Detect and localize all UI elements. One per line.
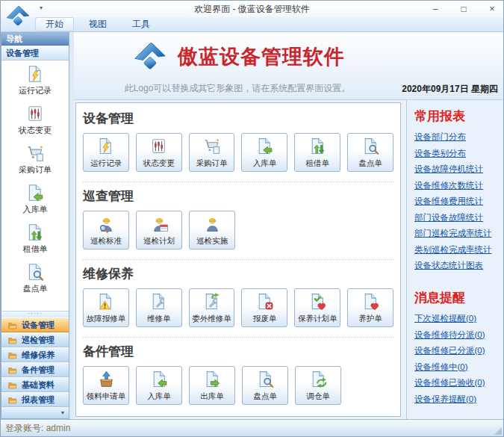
nav-button[interactable]: 巡检管理 — [1, 332, 69, 347]
shortcut-button[interactable]: 出库单 — [189, 366, 235, 405]
sidebar-item-label: 运行记录 — [19, 85, 52, 96]
menu-tab-start[interactable]: 开始 — [35, 17, 74, 31]
welcome-content: 设备管理运行记录状态变更采购订单入库单租借单盘点单巡查管理巡检标准巡检计划巡检实… — [74, 100, 503, 419]
nav-button[interactable]: 维修保养 — [1, 347, 69, 362]
doc-lightning-icon — [96, 137, 115, 155]
shortcut-button-label: 运行记录 — [90, 158, 122, 169]
nav-button-label: 巡检管理 — [22, 335, 55, 346]
shortcut-button-row: 故障报修单维修单委外维修单报废单保养计划单养护单 — [83, 288, 393, 327]
sidebar-item[interactable]: 租借单 — [1, 219, 69, 258]
shortcut-button[interactable]: 故障报修单 — [83, 288, 129, 327]
shortcut-button[interactable]: 巡检实施 — [189, 211, 235, 250]
sidebar-item[interactable]: 采购订单 — [1, 140, 69, 179]
shortcut-button[interactable]: 状态变更 — [136, 133, 182, 172]
section-title: 备件管理 — [83, 343, 393, 360]
shortcut-button-label: 盘点单 — [253, 391, 277, 402]
worker-icon — [203, 214, 222, 233]
sidebar-item[interactable]: 状态变更 — [1, 100, 69, 140]
shortcut-button-label: 维修单 — [147, 314, 171, 324]
folder-icon — [7, 350, 18, 360]
shortcut-button[interactable]: 租借单 — [294, 133, 340, 172]
shortcut-button[interactable]: 调仓单 — [295, 366, 341, 405]
nav-overflow-dropdown-icon[interactable]: ▾ — [61, 409, 64, 416]
nav-button[interactable]: 设备管理 — [1, 317, 69, 332]
shortcut-button-label: 报废单 — [253, 314, 277, 324]
main-area: 傲蓝设备管理软件 此Logo可以替换成其它形象图，请在系统配置界面设置。 202… — [74, 32, 503, 419]
status-sliders-icon — [25, 104, 45, 123]
maximize-button[interactable]: □ — [458, 4, 469, 14]
brand-logo-icon — [130, 37, 170, 77]
minimize-button[interactable]: – — [430, 4, 441, 14]
sidebar-item[interactable]: 运行记录 — [1, 61, 69, 100]
nav-button[interactable]: 备件管理 — [1, 362, 69, 377]
nav-button-label: 备件管理 — [22, 365, 55, 376]
shortcut-button[interactable]: 入库单 — [136, 366, 182, 405]
app-window: 欢迎界面 - 傲蓝设备管理软件 – □ × ▾ 开始视图工具 导航 设备管理 运… — [0, 0, 504, 437]
reports-panel: 常用报表 设备部门分布设备类别分布设备故障停机统计设备维修次数统计设备维修费用统… — [406, 100, 503, 419]
shortcut-button[interactable]: 报废单 — [241, 288, 287, 327]
status-bar: 登录账号: admin — [1, 419, 503, 436]
sidebar-item-label: 租借单 — [23, 244, 48, 255]
nav-splitter-grip[interactable]: ····· — [1, 311, 69, 317]
shortcut-button[interactable]: 运行记录 — [83, 133, 129, 172]
shortcut-button-label: 调仓单 — [306, 391, 330, 402]
cart-doc-icon — [25, 143, 45, 163]
shortcut-button[interactable]: 维修单 — [136, 288, 182, 327]
shortcut-button[interactable]: 巡检标准 — [83, 211, 129, 250]
message-link[interactable]: 设备保养提醒(0) — [414, 394, 500, 405]
title-bar: 欢迎界面 - 傲蓝设备管理软件 – □ × — [1, 1, 503, 17]
shortcut-button[interactable]: 盘点单 — [347, 133, 393, 172]
quick-access-dropdown-icon[interactable]: ▾ — [40, 4, 43, 11]
sidebar-item[interactable]: 入库单 — [1, 179, 69, 219]
report-link[interactable]: 设备类别分布 — [414, 148, 500, 159]
nav-buttons-block: ····· 设备管理巡检管理维修保养备件管理基础资料报表管理 ▾ — [1, 311, 69, 418]
nav-button-label: 设备管理 — [22, 320, 55, 331]
nav-button[interactable]: 报表管理 — [1, 392, 69, 407]
nav-button[interactable]: 基础资料 — [1, 377, 69, 392]
doc-x-icon — [255, 292, 274, 311]
report-link[interactable]: 设备故障停机统计 — [414, 164, 500, 175]
menu-tab-view[interactable]: 视图 — [78, 17, 117, 31]
sidebar-item[interactable]: 盘点单 — [1, 258, 69, 298]
shortcut-button[interactable]: 养护单 — [347, 288, 393, 327]
message-link[interactable]: 下次巡检提醒(0) — [414, 313, 500, 324]
resize-grip-icon[interactable] — [494, 427, 502, 435]
shortcut-section: 巡查管理巡检标准巡检计划巡检实施 — [83, 182, 393, 260]
report-link[interactable]: 类别巡检完成率统计 — [414, 244, 500, 255]
shortcut-button[interactable]: 采购订单 — [189, 133, 235, 172]
shortcut-button-label: 入库单 — [253, 158, 277, 169]
report-link[interactable]: 设备维修次数统计 — [414, 180, 500, 191]
nav-overflow-row[interactable]: ▾ — [1, 407, 69, 418]
report-link[interactable]: 设备维修费用统计 — [414, 196, 500, 207]
message-link[interactable]: 设备维修中(0) — [414, 362, 500, 373]
message-link[interactable]: 设备维修已验收(0) — [414, 377, 500, 388]
messages-title: 消息提醒 — [414, 289, 500, 306]
section-title: 设备管理 — [83, 110, 393, 127]
report-link[interactable]: 设备部门分布 — [414, 131, 500, 143]
sidebar-item-label: 状态变更 — [19, 125, 52, 136]
doc-search-icon — [361, 137, 380, 155]
shortcut-button[interactable]: 入库单 — [241, 133, 287, 172]
menu-tab-tools[interactable]: 工具 — [122, 17, 161, 31]
close-button[interactable]: × — [487, 4, 497, 14]
doc-check-heart-icon — [308, 292, 327, 311]
doc-arrow-out-icon — [203, 370, 222, 388]
nav-caption: 导航 — [1, 33, 69, 46]
shortcut-button[interactable]: 委外维修单 — [189, 288, 235, 327]
nav-group-header[interactable]: 设备管理 — [1, 46, 69, 61]
shortcut-button[interactable]: 领料申请单 — [83, 366, 129, 405]
sidebar-item-label: 入库单 — [23, 204, 48, 215]
shortcut-button[interactable]: 保养计划单 — [294, 288, 340, 327]
shortcut-button[interactable]: 盘点单 — [242, 366, 288, 405]
doc-out-wrench-icon — [202, 292, 221, 311]
doc-lightning-icon — [25, 64, 45, 84]
shortcut-button[interactable]: 巡检计划 — [136, 211, 182, 250]
report-link[interactable]: 部门巡检完成率统计 — [414, 228, 500, 239]
report-link[interactable]: 设备状态统计图表 — [414, 260, 500, 271]
doc-updown-icon — [25, 223, 45, 242]
folder-icon — [7, 380, 18, 390]
message-link[interactable]: 设备维修已分派(0) — [414, 345, 500, 356]
shortcut-panel: 设备管理运行记录状态变更采购订单入库单租借单盘点单巡查管理巡检标准巡检计划巡检实… — [75, 102, 401, 417]
message-link[interactable]: 设备维修待分派(0) — [414, 329, 500, 341]
report-link[interactable]: 部门设备故障统计 — [414, 212, 500, 223]
